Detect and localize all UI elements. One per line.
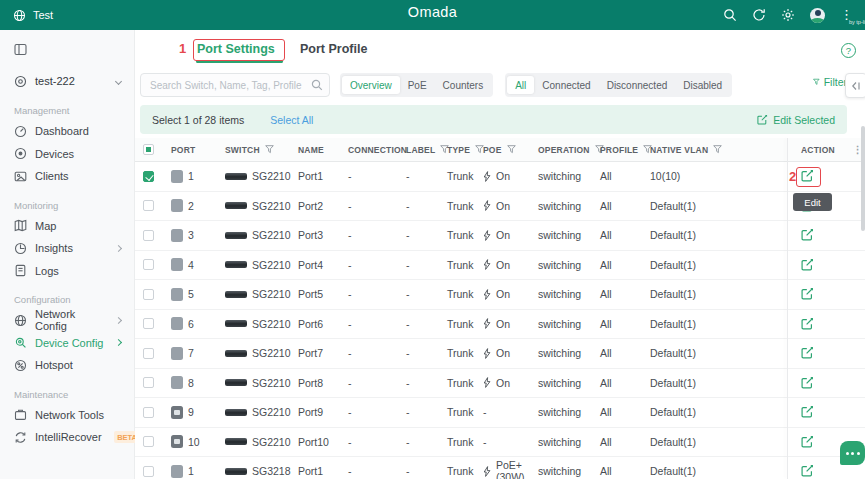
- settings-gear-icon[interactable]: [781, 8, 795, 22]
- main-content: Port Settings Port Profile ? Overview Po…: [135, 30, 865, 479]
- sidebar-item-dashboard[interactable]: Dashboard: [0, 120, 134, 143]
- sidebar-item-hotspot[interactable]: Hotspot: [0, 354, 134, 377]
- native-vlan-value: Default(1): [645, 377, 787, 389]
- port-name: Port6: [295, 318, 345, 330]
- row-checkbox[interactable]: [143, 348, 154, 359]
- native-vlan-value: Default(1): [645, 347, 787, 359]
- poe-value: On: [496, 200, 510, 212]
- poe-bolt-icon: [483, 318, 491, 329]
- sidebar-item-insights[interactable]: Insights: [0, 237, 134, 260]
- site-switcher[interactable]: Test: [12, 8, 53, 22]
- row-checkbox[interactable]: [143, 230, 154, 241]
- status-all-button[interactable]: All: [507, 76, 534, 94]
- row-checkbox[interactable]: [143, 407, 154, 418]
- collapse-panel-icon: [850, 80, 862, 92]
- port-name: Port5: [295, 288, 345, 300]
- row-checkbox[interactable]: [143, 171, 154, 182]
- edit-port-button[interactable]: [801, 346, 815, 360]
- poe-value: On: [496, 170, 510, 182]
- operation-value: switching: [532, 170, 595, 182]
- sidebar-item-clients[interactable]: Clients: [0, 165, 134, 188]
- sidebar-item-network-tools[interactable]: Network Tools: [0, 404, 134, 427]
- edit-port-button[interactable]: [801, 317, 815, 331]
- search-input[interactable]: [140, 73, 330, 97]
- row-checkbox[interactable]: [143, 259, 154, 270]
- operation-value: switching: [532, 406, 595, 418]
- switch-thumbnail: [225, 438, 247, 445]
- user-avatar[interactable]: [810, 8, 825, 23]
- profile-value: All: [595, 259, 645, 271]
- row-checkbox[interactable]: [143, 466, 154, 477]
- type-value: Trunk: [443, 436, 480, 448]
- view-overview-button[interactable]: Overview: [342, 76, 400, 94]
- table-row: 7 SG2210 Port7 - - Trunk On switching Al…: [135, 339, 865, 369]
- help-icon[interactable]: ?: [841, 43, 856, 58]
- edit-selected-button[interactable]: Edit Selected: [757, 114, 835, 126]
- sidebar-item-intellirecover[interactable]: IntelliRecover BETA: [0, 426, 134, 449]
- support-chat-button[interactable]: [840, 441, 865, 465]
- filter-button[interactable]: Filter: [813, 76, 847, 88]
- port-cell: 4: [165, 258, 225, 271]
- search-icon[interactable]: [723, 8, 737, 22]
- site-selector[interactable]: test-222: [0, 69, 134, 93]
- view-segmented-control: Overview PoE Counters: [340, 73, 493, 97]
- sidebar-item-device-config[interactable]: Device Config: [0, 332, 134, 355]
- edit-port-button[interactable]: [801, 258, 815, 272]
- collapse-panel-button[interactable]: [845, 73, 865, 98]
- port-icon: [171, 465, 183, 478]
- edit-port-button[interactable]: [801, 435, 815, 449]
- hotspot-icon: [14, 359, 27, 372]
- port-cell: 8: [165, 376, 225, 389]
- status-disconnected-button[interactable]: Disconnected: [599, 76, 676, 94]
- label-value: -: [402, 288, 443, 300]
- col-profile: PROFILE: [595, 145, 645, 155]
- connection-value: -: [345, 170, 402, 182]
- vertical-scrollbar[interactable]: [861, 126, 865, 231]
- refresh-icon[interactable]: [752, 8, 766, 22]
- edit-port-button[interactable]: [801, 405, 815, 419]
- filter-funnel-icon: [813, 77, 820, 87]
- tab-port-profile[interactable]: Port Profile: [300, 42, 367, 56]
- select-all-checkbox[interactable]: [143, 144, 154, 155]
- filter-funnel-icon[interactable]: [265, 145, 274, 154]
- row-checkbox[interactable]: [143, 377, 154, 388]
- type-value: Trunk: [443, 465, 480, 477]
- select-all-link[interactable]: Select All: [270, 114, 313, 126]
- port-number: 10: [188, 436, 200, 448]
- view-counters-button[interactable]: Counters: [435, 76, 492, 94]
- sidebar-item-devices[interactable]: Devices: [0, 143, 134, 166]
- row-checkbox[interactable]: [143, 289, 154, 300]
- edit-port-button[interactable]: [801, 376, 815, 390]
- native-vlan-value: Default(1): [645, 465, 787, 477]
- row-checkbox[interactable]: [143, 436, 154, 447]
- view-poe-button[interactable]: PoE: [400, 76, 435, 94]
- sidebar-collapse-button[interactable]: [0, 39, 134, 59]
- switch-cell: SG2210: [225, 406, 295, 418]
- poe-bolt-icon: [483, 377, 491, 388]
- more-menu-icon[interactable]: ⋮: [840, 10, 853, 20]
- toolbar: Overview PoE Counters All Connected Disc…: [140, 72, 865, 98]
- poe-value: -: [483, 406, 487, 418]
- connection-value: -: [345, 436, 402, 448]
- row-checkbox[interactable]: [143, 318, 154, 329]
- section-maintenance: Maintenance: [0, 389, 134, 400]
- filter-funnel-icon[interactable]: [507, 145, 516, 154]
- status-connected-button[interactable]: Connected: [534, 76, 598, 94]
- selection-bar: Select 1 of 28 items Select All Edit Sel…: [140, 105, 847, 134]
- filter-funnel-icon[interactable]: [713, 145, 722, 154]
- port-name: Port1: [295, 170, 345, 182]
- sidebar-item-network-config[interactable]: Network Config: [0, 309, 134, 332]
- col-poe: POE: [480, 145, 532, 155]
- status-disabled-button[interactable]: Disabled: [675, 76, 730, 94]
- edit-port-button[interactable]: [801, 464, 815, 478]
- table-row: 2 SG2210 Port2 - - Trunk On switching Al…: [135, 192, 865, 222]
- row-checkbox[interactable]: [143, 200, 154, 211]
- sidebar-item-map[interactable]: Map: [0, 215, 134, 238]
- port-icon: [171, 347, 183, 360]
- poe-value: On: [496, 259, 510, 271]
- edit-port-button[interactable]: [801, 228, 815, 242]
- native-vlan-value: Default(1): [645, 259, 787, 271]
- edit-port-button[interactable]: [801, 287, 815, 301]
- sidebar-item-logs[interactable]: Logs: [0, 260, 134, 283]
- switch-cell: SG2210: [225, 436, 295, 448]
